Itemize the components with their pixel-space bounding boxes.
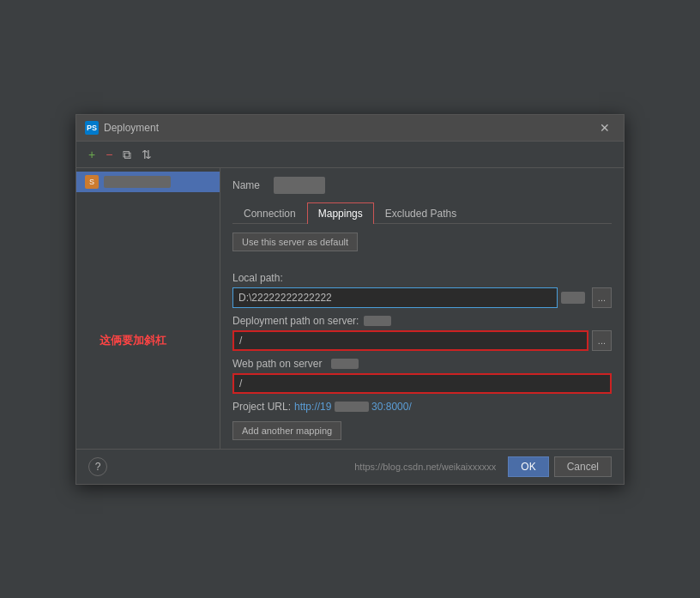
tab-connection[interactable]: Connection <box>232 202 307 224</box>
deployment-path-browse-button[interactable]: ... <box>592 330 612 351</box>
tab-mappings[interactable]: Mappings <box>307 202 374 224</box>
toolbar: + − ⧉ ⇅ <box>76 142 624 168</box>
copy-server-button[interactable]: ⧉ <box>119 147 135 162</box>
deployment-path-label: Deployment path on server: <box>232 315 359 327</box>
add-mapping-button[interactable]: Add another mapping <box>232 421 341 440</box>
remove-server-button[interactable]: − <box>102 147 116 162</box>
project-url-row: Project URL: http://19 30:8000/ <box>232 401 612 413</box>
web-path-label: Web path on server <box>232 358 323 370</box>
add-server-button[interactable]: + <box>85 147 99 162</box>
web-path-input[interactable] <box>232 373 612 394</box>
deployment-path-input[interactable] <box>232 330 588 351</box>
deployment-dialog: PS Deployment ✕ + − ⧉ ⇅ S name Name <box>75 114 625 485</box>
title-bar: PS Deployment ✕ <box>76 115 624 142</box>
deployment-path-row: ... <box>232 330 612 351</box>
local-path-browse-button[interactable]: ... <box>592 287 612 308</box>
right-panel: Name Connection Mappings Excluded Paths … <box>220 168 624 449</box>
url-hint: https://blog.csdn.net/weikaixxxxxx <box>354 462 496 472</box>
local-path-label: Local path: <box>232 272 612 284</box>
move-server-button[interactable]: ⇅ <box>138 147 155 162</box>
server-name: name <box>104 176 171 188</box>
server-list-item[interactable]: S name <box>76 172 220 192</box>
name-label: Name <box>232 179 267 191</box>
local-path-input[interactable] <box>232 287 558 308</box>
deployment-path-label-row: Deployment path on server: <box>232 315 612 327</box>
tab-excluded-paths[interactable]: Excluded Paths <box>374 202 468 224</box>
cancel-button[interactable]: Cancel <box>554 456 612 477</box>
project-url-link[interactable]: http://19 30:8000/ <box>294 401 412 413</box>
web-path-row <box>232 373 612 394</box>
name-row: Name <box>232 177 612 194</box>
project-url-label: Project URL: <box>232 401 291 413</box>
dialog-title: Deployment <box>104 122 159 134</box>
content-area: S name Name Connection Mappings Excluded… <box>76 168 624 449</box>
local-path-row: ... <box>232 287 612 308</box>
help-button[interactable]: ? <box>88 457 107 476</box>
server-icon: S <box>85 175 99 189</box>
close-button[interactable]: ✕ <box>594 120 615 136</box>
web-path-label-row: Web path on server <box>232 358 612 370</box>
title-bar-left: PS Deployment <box>85 121 159 135</box>
bottom-right: https://blog.csdn.net/weikaixxxxxx OK Ca… <box>354 456 612 477</box>
use-default-button[interactable]: Use this server as default <box>232 233 358 251</box>
bottom-bar: ? https://blog.csdn.net/weikaixxxxxx OK … <box>76 449 624 484</box>
ok-button[interactable]: OK <box>508 456 548 477</box>
left-panel: S name <box>76 168 220 449</box>
ps-icon: PS <box>85 121 99 135</box>
tabs: Connection Mappings Excluded Paths <box>232 202 612 224</box>
